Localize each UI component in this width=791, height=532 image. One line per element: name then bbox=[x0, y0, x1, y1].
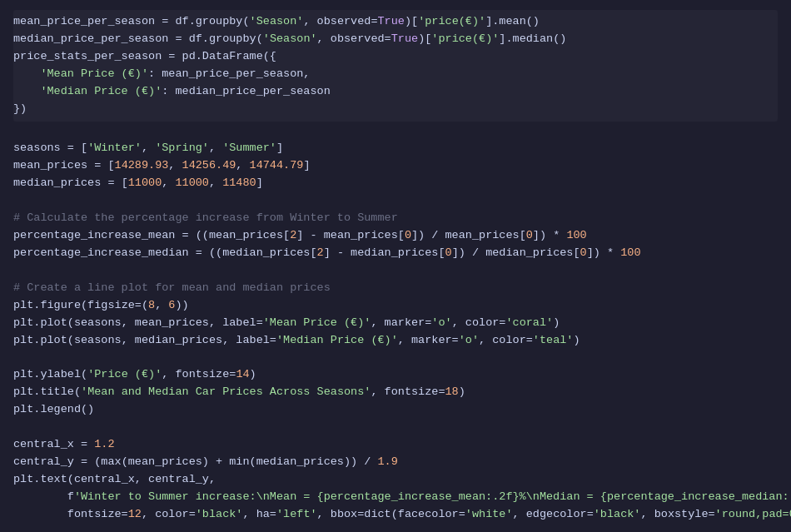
highlighted-block: mean_price_per_season = df.groupby('Seas… bbox=[13, 10, 778, 122]
blank-line-1 bbox=[13, 123, 778, 141]
code-line-23: f'Winter to Summer increase:\nMean = {pe… bbox=[13, 489, 778, 506]
blank-line-3 bbox=[13, 262, 778, 280]
code-line-9: median_prices = [11000, 11000, 11480] bbox=[13, 175, 778, 192]
code-line-15: plt.plot(seasons, mean_prices, label='Me… bbox=[13, 315, 778, 332]
code-line-8: mean_prices = [14289.93, 14256.49, 14744… bbox=[13, 157, 778, 175]
blank-line-2 bbox=[13, 192, 778, 210]
code-line-3: price_stats_per_season = pd.DataFrame({ bbox=[13, 48, 778, 66]
code-line-24: fontsize=12, color='black', ha='left', b… bbox=[13, 506, 778, 524]
blank-line-6 bbox=[13, 524, 778, 532]
code-line-18: plt.title('Mean and Median Car Prices Ac… bbox=[13, 384, 778, 401]
code-line-4: 'Mean Price (€)': mean_price_per_season, bbox=[13, 66, 778, 83]
code-line-7: seasons = ['Winter', 'Spring', 'Summer'] bbox=[13, 140, 778, 157]
code-line-12: percentage_increase_median = ((median_pr… bbox=[13, 245, 778, 262]
blank-line-4 bbox=[13, 350, 778, 367]
code-line-21: central_y = (max(mean_prices) + min(medi… bbox=[13, 454, 778, 471]
code-line-2: median_price_per_season = df.groupby('Se… bbox=[13, 31, 778, 48]
code-line-20: central_x = 1.2 bbox=[13, 436, 778, 454]
code-line-11: percentage_increase_mean = ((mean_prices… bbox=[13, 227, 778, 245]
code-line-22: plt.text(central_x, central_y, bbox=[13, 471, 778, 489]
code-line-5: 'Median Price (€)': median_price_per_sea… bbox=[13, 83, 778, 101]
code-editor: mean_price_per_season = df.groupby('Seas… bbox=[0, 0, 791, 532]
blank-line-5 bbox=[13, 419, 778, 436]
code-line-14: plt.figure(figsize=(8, 6)) bbox=[13, 297, 778, 315]
code-line-10: # Calculate the percentage increase from… bbox=[13, 210, 778, 227]
code-line-19: plt.legend() bbox=[13, 401, 778, 419]
code-line-13: # Create a line plot for mean and median… bbox=[13, 280, 778, 297]
code-line-6: }) bbox=[13, 101, 778, 118]
code-line-16: plt.plot(seasons, median_prices, label='… bbox=[13, 332, 778, 350]
code-line-17: plt.ylabel('Price (€)', fontsize=14) bbox=[13, 366, 778, 384]
code-line-1: mean_price_per_season = df.groupby('Seas… bbox=[13, 13, 778, 31]
